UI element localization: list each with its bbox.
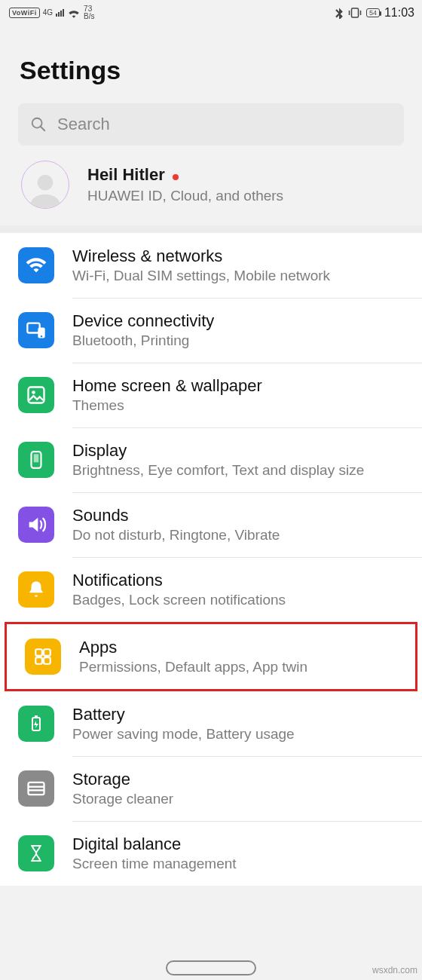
search-input[interactable] bbox=[57, 115, 392, 134]
vowifi-badge: VoWiFi bbox=[9, 8, 40, 18]
item-title: Battery bbox=[72, 705, 410, 724]
settings-item-battery[interactable]: BatteryPower saving mode, Battery usage bbox=[0, 691, 422, 756]
item-subtitle: Storage cleaner bbox=[72, 791, 410, 807]
item-subtitle: Brightness, Eye comfort, Text and displa… bbox=[72, 462, 410, 479]
settings-item-bell[interactable]: NotificationsBadges, Lock screen notific… bbox=[0, 557, 422, 622]
bluetooth-icon bbox=[335, 7, 344, 19]
watermark: wsxdn.com bbox=[372, 965, 417, 975]
svg-rect-12 bbox=[44, 649, 50, 656]
item-title: Wireless & networks bbox=[72, 247, 410, 266]
item-text: Device connectivityBluetooth, Printing bbox=[72, 311, 410, 349]
item-subtitle: Permissions, Default apps, App twin bbox=[79, 659, 403, 675]
settings-item-hourglass[interactable]: Digital balanceScreen time management bbox=[0, 821, 422, 886]
item-text: Digital balanceScreen time management bbox=[72, 835, 410, 872]
status-right: 54 11:03 bbox=[335, 6, 414, 20]
status-left: VoWiFi 4G 73 B/s bbox=[9, 5, 335, 20]
item-subtitle: Themes bbox=[72, 397, 410, 414]
settings-item-display[interactable]: DisplayBrightness, Eye comfort, Text and… bbox=[0, 427, 422, 492]
wifi-status-icon bbox=[67, 8, 81, 18]
display-icon bbox=[18, 442, 54, 478]
settings-item-apps[interactable]: AppsPermissions, Default apps, App twin bbox=[7, 624, 415, 689]
bandwidth-indicator: 73 B/s bbox=[84, 5, 94, 20]
wallpaper-icon bbox=[18, 377, 54, 413]
hourglass-icon bbox=[18, 835, 54, 871]
item-text: Home screen & wallpaperThemes bbox=[72, 376, 410, 414]
bandwidth-unit: B/s bbox=[84, 13, 94, 20]
vibrate-icon bbox=[348, 7, 362, 19]
account-subtitle: HUAWEI ID, Cloud, and others bbox=[87, 188, 283, 204]
item-title: Apps bbox=[79, 638, 403, 657]
svg-rect-10 bbox=[34, 454, 39, 462]
item-subtitle: Screen time management bbox=[72, 856, 410, 872]
notification-dot-icon bbox=[173, 174, 179, 180]
wifi-icon bbox=[18, 247, 54, 283]
svg-rect-13 bbox=[35, 657, 42, 664]
svg-rect-11 bbox=[35, 649, 42, 656]
item-subtitle: Power saving mode, Battery usage bbox=[72, 726, 410, 743]
item-text: SoundsDo not disturb, Ringtone, Vibrate bbox=[72, 506, 410, 544]
network-label: 4G bbox=[43, 10, 53, 16]
item-title: Digital balance bbox=[72, 835, 410, 854]
devices-icon bbox=[18, 312, 54, 348]
storage-icon bbox=[18, 770, 54, 807]
item-subtitle: Badges, Lock screen notifications bbox=[72, 592, 410, 608]
item-text: StorageStorage cleaner bbox=[72, 770, 410, 807]
item-title: Display bbox=[72, 441, 410, 461]
item-text: BatteryPower saving mode, Battery usage bbox=[72, 705, 410, 743]
clock: 11:03 bbox=[384, 6, 414, 20]
sound-icon bbox=[18, 507, 54, 543]
search-container bbox=[0, 103, 422, 145]
battery-indicator: 54 bbox=[366, 8, 380, 17]
svg-rect-7 bbox=[29, 387, 44, 403]
svg-rect-0 bbox=[351, 8, 358, 17]
settings-item-devices[interactable]: Device connectivityBluetooth, Printing bbox=[0, 298, 422, 363]
search-icon bbox=[30, 116, 47, 133]
item-text: NotificationsBadges, Lock screen notific… bbox=[72, 571, 410, 608]
svg-rect-14 bbox=[44, 657, 50, 664]
settings-item-wallpaper[interactable]: Home screen & wallpaperThemes bbox=[0, 363, 422, 427]
status-bar: VoWiFi 4G 73 B/s 54 11:03 bbox=[0, 0, 422, 26]
network-4g-indicator: 4G bbox=[43, 10, 53, 16]
svg-line-2 bbox=[41, 127, 45, 131]
item-title: Device connectivity bbox=[72, 311, 410, 331]
apps-icon bbox=[25, 639, 61, 675]
gesture-nav-pill[interactable] bbox=[166, 960, 256, 975]
account-row[interactable]: Heil Hitler HUAWEI ID, Cloud, and others bbox=[0, 145, 422, 233]
battery-icon bbox=[18, 706, 54, 742]
item-title: Home screen & wallpaper bbox=[72, 376, 410, 396]
account-text: Heil Hitler HUAWEI ID, Cloud, and others bbox=[87, 165, 283, 204]
settings-item-storage[interactable]: StorageStorage cleaner bbox=[0, 756, 422, 821]
item-subtitle: Wi-Fi, Dual SIM settings, Mobile network bbox=[72, 268, 410, 284]
item-text: AppsPermissions, Default apps, App twin bbox=[79, 638, 403, 675]
svg-point-6 bbox=[41, 335, 42, 337]
svg-rect-17 bbox=[29, 782, 44, 795]
item-text: DisplayBrightness, Eye comfort, Text and… bbox=[72, 441, 410, 479]
settings-list: Wireless & networksWi-Fi, Dual SIM setti… bbox=[0, 233, 422, 886]
svg-point-8 bbox=[32, 390, 35, 394]
item-title: Sounds bbox=[72, 506, 410, 525]
highlight-box: AppsPermissions, Default apps, App twin bbox=[5, 622, 417, 691]
svg-rect-16 bbox=[35, 715, 38, 718]
bell-icon bbox=[18, 571, 54, 608]
item-title: Storage bbox=[72, 770, 410, 789]
settings-item-wifi[interactable]: Wireless & networksWi-Fi, Dual SIM setti… bbox=[0, 233, 422, 298]
svg-point-3 bbox=[38, 175, 54, 191]
avatar bbox=[21, 161, 69, 209]
item-text: Wireless & networksWi-Fi, Dual SIM setti… bbox=[72, 247, 410, 284]
item-subtitle: Do not disturb, Ringtone, Vibrate bbox=[72, 527, 410, 544]
item-subtitle: Bluetooth, Printing bbox=[72, 332, 410, 349]
page-title: Settings bbox=[0, 26, 422, 103]
avatar-placeholder-icon bbox=[26, 169, 65, 208]
signal-bars-icon bbox=[56, 9, 64, 17]
search-field[interactable] bbox=[18, 103, 404, 145]
svg-rect-4 bbox=[27, 323, 39, 333]
item-title: Notifications bbox=[72, 571, 410, 590]
account-name: Heil Hitler bbox=[87, 165, 165, 184]
settings-item-sound[interactable]: SoundsDo not disturb, Ringtone, Vibrate bbox=[0, 492, 422, 557]
